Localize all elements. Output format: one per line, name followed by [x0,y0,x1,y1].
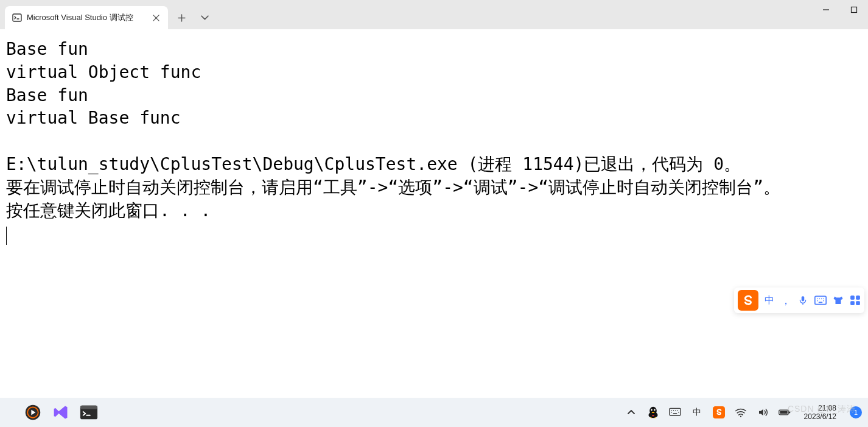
ime-tray-label[interactable]: 中 [691,406,703,418]
svg-point-36 [740,416,741,417]
console-line: Base fun [6,85,88,105]
skin-icon[interactable] [833,295,844,306]
sogou-tray-icon[interactable] [713,406,725,418]
visual-studio-icon[interactable] [51,403,71,422]
svg-rect-38 [789,411,790,413]
titlebar: Microsoft Visual Studio 调试控 [0,0,868,29]
system-tray: 中 21:08 2023/6/12 1 [625,404,862,422]
terminal-icon[interactable] [79,403,99,422]
svg-point-8 [821,298,822,300]
toolbox-icon[interactable] [850,295,861,306]
clock-date: 2023/6/12 [804,412,836,421]
svg-point-30 [675,410,676,411]
notification-badge[interactable]: 1 [850,406,862,418]
svg-rect-15 [850,301,855,305]
console-icon [12,13,22,23]
svg-rect-13 [850,295,855,300]
svg-point-28 [671,410,672,411]
svg-point-9 [823,298,824,300]
tray-overflow-icon[interactable] [625,406,637,418]
svg-point-29 [673,410,674,411]
svg-rect-20 [80,406,97,409]
window-controls [812,0,868,19]
taskbar-apps [23,403,99,422]
svg-point-31 [677,410,678,411]
console-line: E:\tulun_study\CplusTest\Debug\CplusTest… [6,154,741,174]
qq-tray-icon[interactable] [647,406,659,418]
volume-icon[interactable] [757,406,769,418]
console-line: 按任意键关闭此窗口. . . [6,200,211,221]
microphone-icon[interactable] [797,295,808,306]
console-line: 要在调试停止时自动关闭控制台，请启用“工具”->“选项”->“调试”->“调试停… [6,177,780,197]
ime-punct-label[interactable]: ， [780,293,791,308]
ime-lang-label[interactable]: 中 [765,294,774,307]
svg-point-33 [678,412,679,413]
svg-rect-3 [852,7,857,13]
keyboard-icon[interactable] [814,295,827,305]
minimize-button[interactable] [812,0,840,19]
svg-point-6 [817,298,818,300]
wifi-icon[interactable] [735,406,747,418]
tab-title: Microsoft Visual Studio 调试控 [27,12,146,23]
maximize-button[interactable] [840,0,868,19]
svg-rect-12 [819,302,823,303]
svg-point-26 [651,412,654,413]
svg-rect-39 [780,411,787,414]
svg-point-11 [823,300,824,302]
svg-point-10 [817,300,818,302]
active-tab[interactable]: Microsoft Visual Studio 调试控 [5,6,168,29]
svg-rect-4 [802,296,805,301]
svg-rect-0 [13,14,21,21]
keyboard-tray-icon[interactable] [669,406,681,418]
svg-point-7 [819,298,821,300]
svg-rect-14 [856,295,860,300]
console-line: Base fun [6,39,88,59]
taskbar: 中 21:08 2023/6/12 1 [0,398,868,427]
close-tab-icon[interactable] [151,13,161,23]
svg-rect-16 [856,301,860,305]
new-tab-button[interactable] [172,8,191,27]
console-output[interactable]: Base fun virtual Object func Base fun vi… [0,29,868,398]
svg-rect-5 [815,296,826,304]
svg-point-25 [654,409,656,411]
console-line: virtual Base func [6,108,181,128]
sogou-ime-icon[interactable] [738,290,758,311]
media-player-icon[interactable] [23,403,43,422]
svg-point-32 [671,412,672,413]
ime-toolbar[interactable]: 中 ， [734,288,864,313]
svg-point-24 [651,409,653,411]
console-line: virtual Object func [6,62,201,82]
tab-dropdown-button[interactable] [195,8,214,27]
clock[interactable]: 21:08 2023/6/12 [804,404,836,422]
clock-time: 21:08 [804,404,836,412]
svg-rect-27 [669,408,680,415]
battery-icon[interactable] [779,406,791,418]
svg-rect-34 [673,413,677,414]
text-cursor [6,227,7,245]
